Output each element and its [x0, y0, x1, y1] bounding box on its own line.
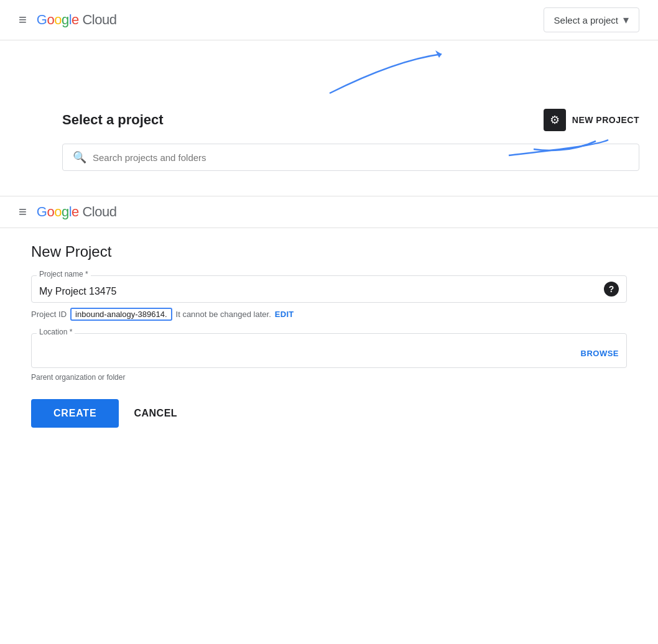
- project-name-input[interactable]: [39, 286, 595, 297]
- logo-cloud-text: Cloud: [79, 12, 117, 27]
- browse-button[interactable]: BROWSE: [581, 349, 619, 358]
- new-project-label: NEW PROJECT: [572, 115, 639, 125]
- new-project-button[interactable]: ⚙ NEW PROJECT: [544, 109, 639, 131]
- location-group: Location * BROWSE: [31, 333, 627, 368]
- bottom-menu-icon[interactable]: ≡: [19, 204, 27, 220]
- project-name-field-box: Project name * ?: [31, 275, 627, 303]
- top-navigation-bar: ≡ Google Cloud Select a project ▾: [0, 0, 658, 40]
- bottom-navigation-bar: ≡ Google Cloud: [0, 196, 658, 228]
- dialog-title: Select a project: [62, 112, 164, 128]
- new-project-arrow-svg: [496, 134, 633, 165]
- google-cloud-logo: Google Cloud: [37, 12, 117, 28]
- location-label: Location *: [37, 328, 75, 336]
- parent-hint-text: Parent organization or folder: [31, 373, 627, 382]
- annotation-arrow-area: [0, 40, 658, 96]
- location-field-box: Location * BROWSE: [31, 333, 627, 368]
- menu-icon[interactable]: ≡: [19, 12, 27, 28]
- project-name-label: Project name *: [37, 270, 91, 278]
- new-project-section: ≡ Google Cloud New Project Project name …: [0, 196, 658, 448]
- project-id-line: Project ID inbound-analogy-389614. It ca…: [31, 308, 627, 321]
- cancel-button[interactable]: CANCEL: [134, 408, 177, 419]
- logo-g-blue: G: [37, 12, 47, 27]
- project-id-suffix: It cannot be changed later.: [176, 310, 271, 319]
- page-title: New Project: [31, 243, 627, 260]
- logo-o-red: o: [47, 12, 54, 27]
- help-icon[interactable]: ?: [604, 282, 619, 297]
- logo-e-red: e: [72, 12, 79, 27]
- dropdown-arrow-icon: ▾: [623, 13, 629, 27]
- select-project-label: Select a project: [554, 15, 618, 25]
- bottom-google-cloud-logo: Google Cloud: [37, 204, 117, 220]
- project-name-group: Project name * ?: [31, 275, 627, 303]
- edit-project-id-link[interactable]: EDIT: [275, 310, 294, 319]
- gear-symbol: ⚙: [550, 113, 560, 127]
- annotation-arrow-svg: [0, 40, 658, 96]
- project-id-value: inbound-analogy-389614.: [70, 308, 172, 321]
- logo-o-yellow: o: [54, 12, 62, 27]
- project-id-prefix: Project ID: [31, 310, 67, 319]
- new-project-form: New Project Project name * ? Project ID …: [0, 228, 658, 448]
- logo-g-green: g: [62, 12, 69, 27]
- action-buttons: CREATE CANCEL: [31, 399, 627, 428]
- select-project-button[interactable]: Select a project ▾: [544, 7, 639, 32]
- create-button[interactable]: CREATE: [31, 399, 119, 428]
- search-icon: 🔍: [73, 150, 86, 164]
- dialog-header: Select a project ⚙ NEW PROJECT: [62, 109, 639, 131]
- new-project-gear-icon: ⚙: [544, 109, 566, 131]
- select-project-dialog: Select a project ⚙ NEW PROJECT 🔍: [0, 96, 658, 183]
